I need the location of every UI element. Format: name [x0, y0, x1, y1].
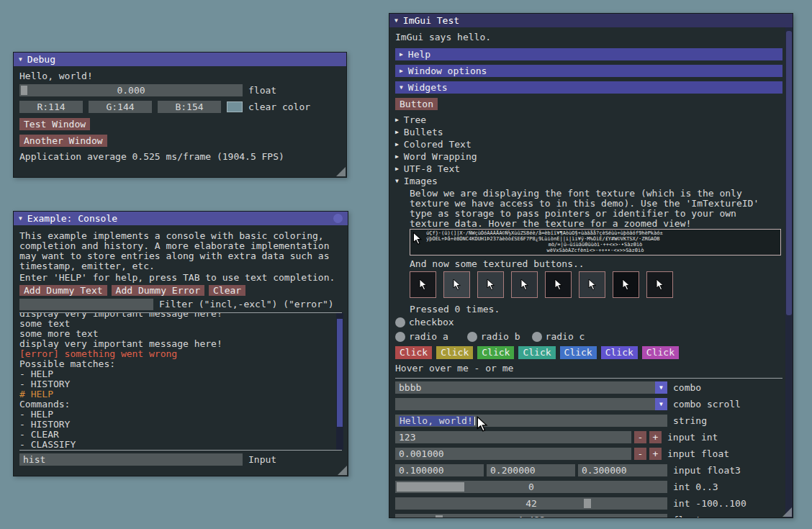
filter-label: Filter ("incl,-excl") ("error")	[159, 299, 334, 309]
images-info-line: texture data. Hover the texture for a zo…	[410, 219, 782, 229]
textured-buttons-caption: And now some textured buttons..	[410, 259, 782, 269]
drag-blue-value: B:154	[175, 102, 203, 112]
images-info-line: type as storage to pass pointers or iden…	[410, 209, 782, 219]
decrement-button[interactable]: -	[634, 431, 646, 443]
string-input[interactable]: Hello, world!	[395, 415, 667, 427]
chevron-right-icon: ▶	[395, 166, 399, 172]
image-button[interactable]	[545, 271, 572, 298]
header-widgets[interactable]: ▼ Widgets	[395, 81, 782, 94]
hello-text: ImGui says hello.	[395, 32, 782, 42]
another-window-button[interactable]: Another Window	[19, 135, 107, 147]
int-input[interactable]: 123	[395, 431, 631, 443]
float-slider[interactable]: 4.423	[395, 514, 667, 518]
scrollbar-track[interactable]	[785, 27, 793, 517]
click-button-2[interactable]: Click	[436, 346, 473, 359]
header-window-options[interactable]: ▶ Window options	[395, 65, 782, 77]
radio-c-label: radio c	[546, 332, 585, 342]
float-input[interactable]: 0.001000	[395, 448, 631, 460]
tree-node-images[interactable]: ▼ Images	[395, 175, 782, 187]
image-button[interactable]	[579, 271, 605, 298]
slider-grab[interactable]	[397, 482, 464, 492]
tree-node-bullets[interactable]: ▶ Bullets	[395, 126, 782, 138]
console-titlebar[interactable]: ▼ Example: Console	[14, 212, 348, 225]
tree-node-utf8-text[interactable]: ▶ UTF-8 Text	[395, 163, 782, 175]
help-hint-text: Enter 'HELP' for help, press TAB to use …	[19, 273, 342, 283]
clear-color-swatch[interactable]	[227, 101, 243, 112]
drag-red[interactable]: R:114	[19, 101, 83, 113]
image-button[interactable]	[613, 271, 639, 298]
imgui-test-window: ▼ ImGui Test ImGui says hello. ▶ Help ▶ …	[389, 13, 793, 518]
click-button-7[interactable]: Click	[642, 346, 679, 359]
radio-b[interactable]	[467, 332, 477, 342]
header-label: Window options	[408, 66, 487, 76]
increment-button[interactable]: +	[649, 431, 662, 443]
add-dummy-text-button[interactable]: Add Dummy Text	[19, 285, 107, 296]
drag-green[interactable]: G:144	[89, 101, 152, 113]
int-slider-100[interactable]: 42	[395, 497, 667, 510]
resize-grip[interactable]	[782, 507, 792, 517]
float-slider-label: float	[248, 86, 276, 96]
combo-arrow-icon[interactable]: ▼	[655, 381, 667, 394]
image-button[interactable]	[511, 271, 538, 298]
log-line: - CLASSIFY	[19, 440, 346, 450]
drag-blue[interactable]: B:154	[158, 101, 221, 113]
imgui-test-titlebar[interactable]: ▼ ImGui Test	[389, 14, 793, 27]
slider-grab[interactable]	[21, 86, 27, 95]
slider-grab[interactable]	[584, 499, 591, 508]
combo-scroll-box[interactable]: ▼	[395, 398, 667, 410]
tree-node-tree[interactable]: ▶ Tree	[395, 114, 782, 126]
scrollbar-track[interactable]	[336, 313, 343, 450]
click-button-1[interactable]: Click	[395, 346, 432, 359]
image-button[interactable]	[443, 271, 470, 298]
collapse-icon[interactable]: ▼	[394, 18, 398, 24]
decrement-button[interactable]: -	[634, 448, 646, 460]
float3-input-x[interactable]: 0.100000	[395, 464, 484, 476]
close-icon[interactable]	[333, 214, 343, 223]
resize-grip[interactable]	[336, 167, 346, 176]
console-log-region[interactable]: display very important message here! som…	[19, 313, 346, 450]
resize-grip[interactable]	[338, 466, 347, 475]
int-slider-100-label: int -100..100	[673, 499, 746, 509]
int-slider-0-3[interactable]: 0	[395, 481, 667, 493]
collapse-icon[interactable]: ▼	[19, 216, 22, 222]
font-texture-image[interactable]: úÇf}·(ü)(]|X·/ÑWçùÒóÀÄÂÅÀ©Ñ½XùûZS8éè/å=è…	[410, 229, 781, 256]
test-window-button[interactable]: Test Window	[19, 118, 90, 130]
radio-a[interactable]	[395, 332, 405, 342]
debug-titlebar[interactable]: ▼ Debug	[14, 53, 346, 66]
click-button-4[interactable]: Click	[518, 346, 555, 359]
float3-y-value: 0.200000	[490, 466, 536, 476]
command-input-label: Input	[248, 455, 276, 465]
checkbox[interactable]	[395, 317, 405, 327]
click-button-6[interactable]: Click	[601, 346, 638, 359]
scrollbar-grab[interactable]	[786, 31, 792, 315]
console-command-input[interactable]: hist	[19, 453, 243, 466]
collapse-icon[interactable]: ▼	[19, 57, 22, 63]
increment-button[interactable]: +	[649, 448, 662, 460]
combo-arrow-icon[interactable]: ▼	[655, 398, 667, 410]
float-slider[interactable]: 0.000	[19, 84, 243, 96]
tree-node-colored-text[interactable]: ▶ Colored Text	[395, 138, 782, 150]
float-input-label: input float	[667, 449, 729, 459]
image-button[interactable]	[477, 271, 504, 298]
image-button[interactable]	[410, 271, 436, 298]
fps-stats-text: Application average 0.525 ms/frame (1904…	[19, 152, 340, 162]
slider-grab[interactable]	[436, 515, 443, 518]
clear-button[interactable]: Clear	[209, 285, 245, 296]
float3-input-z[interactable]: 0.300000	[578, 464, 667, 476]
scrollbar-grab[interactable]	[337, 319, 343, 427]
radio-c[interactable]	[532, 332, 542, 342]
header-help[interactable]: ▶ Help	[395, 48, 782, 60]
click-button-5[interactable]: Click	[560, 346, 597, 359]
combo-scroll-label: combo scroll	[673, 399, 741, 410]
button-widget[interactable]: Button	[395, 98, 438, 110]
hover-text[interactable]: Hover over me - or me	[395, 363, 782, 374]
tree-node-word-wrapping[interactable]: ▶ Word Wrapping	[395, 150, 782, 163]
add-dummy-error-button[interactable]: Add Dummy Error	[112, 285, 204, 296]
float3-input-y[interactable]: 0.200000	[487, 464, 575, 476]
image-button[interactable]	[646, 271, 673, 298]
hello-text: Hello, world!	[19, 71, 340, 81]
combo-box[interactable]: bbbb ▼	[395, 381, 667, 394]
drag-red-value: R:114	[37, 102, 65, 112]
filter-input[interactable]	[19, 299, 153, 310]
click-button-3[interactable]: Click	[477, 346, 514, 359]
